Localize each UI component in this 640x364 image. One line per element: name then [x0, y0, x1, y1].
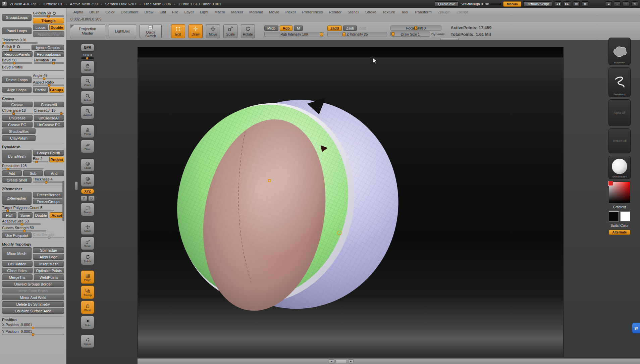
- shell-thickness-slider[interactable]: Thickness 4: [33, 177, 64, 183]
- menu-picker[interactable]: Picker: [282, 10, 299, 14]
- adapt-button[interactable]: Adapt: [50, 212, 64, 218]
- y-position-slider[interactable]: Y Position -0.0001: [2, 329, 64, 335]
- angle-slider[interactable]: Angle 45: [33, 73, 64, 79]
- blur-slider[interactable]: Blur 2: [33, 157, 48, 162]
- gradient-toggle[interactable]: Gradient: [613, 205, 626, 209]
- menu-texture[interactable]: Texture: [379, 10, 398, 14]
- unweld-groups-border-button[interactable]: Unweld Groups Border: [2, 281, 64, 287]
- menu-macro[interactable]: Macro: [211, 10, 228, 14]
- layout-columns-icon[interactable]: ▦: [582, 1, 588, 6]
- uncrease-button[interactable]: UnCrease: [2, 115, 33, 121]
- sub-button[interactable]: Sub: [23, 170, 43, 176]
- ctolerance-slider[interactable]: CTolerance 18: [2, 108, 33, 114]
- menu-zplugin[interactable]: Zplugin: [435, 10, 454, 14]
- x-position-slider[interactable]: X Position -0.0001: [2, 323, 64, 328]
- bpr-button[interactable]: BPR: [81, 44, 94, 52]
- zscript-play-icon[interactable]: ▮►: [564, 1, 571, 6]
- menu-layer[interactable]: Layer: [181, 10, 197, 14]
- use-polypaint-button[interactable]: Use Polypaint: [2, 232, 32, 238]
- elevation-slider[interactable]: Elevation 100: [34, 58, 64, 64]
- tray-icon[interactable]: ⇄: [632, 323, 640, 333]
- frame-button[interactable]: Frame: [81, 203, 94, 216]
- alternate-button[interactable]: Alternate: [609, 230, 630, 235]
- add-button[interactable]: Add: [2, 170, 22, 176]
- transpose-icon[interactable]: [81, 196, 87, 201]
- alpha-thumbnail[interactable]: Alpha Off: [608, 99, 631, 126]
- mesh-from-brush-button[interactable]: Mesh From Brush: [2, 288, 64, 294]
- mergetris-button[interactable]: MergeTris: [2, 274, 33, 280]
- polyf-button[interactable]: PolyF: [81, 270, 94, 284]
- insert-mesh-button[interactable]: Insert Mesh: [34, 261, 64, 267]
- document-canvas[interactable]: [138, 47, 564, 357]
- project-button[interactable]: Project: [49, 157, 64, 162]
- claypolish-button[interactable]: ClayPolish: [2, 135, 36, 141]
- menu-light[interactable]: Light: [197, 10, 211, 14]
- position-section-header[interactable]: Position: [2, 316, 64, 322]
- mrgb-button[interactable]: Mrgb: [264, 25, 278, 31]
- ghost-button[interactable]: Ghost: [81, 301, 94, 314]
- aahalf-button[interactable]: AAHalf: [81, 106, 94, 119]
- projection-master-button[interactable]: Projection Master: [70, 24, 105, 38]
- draw-size-slider[interactable]: Draw Size 1: [390, 32, 430, 37]
- zscript-rewind-icon[interactable]: ◄▮: [554, 1, 562, 6]
- switchcolor-button[interactable]: SwitchColor: [610, 224, 628, 227]
- menu-stroke[interactable]: Stroke: [362, 10, 379, 14]
- lightbox-button[interactable]: LightBox: [109, 24, 136, 38]
- see-through-slider[interactable]: See-through 0: [461, 2, 501, 6]
- zsub-button[interactable]: Zsub: [343, 25, 357, 31]
- freezeborder-button[interactable]: FreezeBorder: [33, 192, 64, 198]
- xyz-button[interactable]: XYZ: [81, 189, 94, 194]
- double-count-button[interactable]: Double: [34, 212, 48, 218]
- del-hidden-button[interactable]: Del Hidden: [2, 261, 33, 267]
- shelf-scroll-grip[interactable]: [440, 38, 459, 40]
- panel-divider-grip[interactable]: [75, 181, 78, 190]
- menu-brush[interactable]: Brush: [86, 10, 102, 14]
- scale-button[interactable]: Scale: [223, 24, 237, 38]
- creaselvl-slider[interactable]: CreaseLvl 15: [34, 108, 64, 114]
- bevel-profile-curve[interactable]: Bevel Profile: [2, 65, 64, 71]
- align-loops-button[interactable]: Align Loops: [2, 87, 32, 93]
- groups-polish-button[interactable]: Groups Polish: [33, 150, 64, 156]
- uncrease-pg-button[interactable]: UnCrease PG: [34, 122, 64, 127]
- delete-by-symmetry-button[interactable]: Delete By Symmetry: [2, 301, 64, 307]
- creaseall-button[interactable]: CreaseAll: [34, 102, 64, 107]
- zremesher-section-header[interactable]: ZRemesher: [2, 186, 64, 191]
- menu-marker[interactable]: Marker: [228, 10, 246, 14]
- z-intensity-slider[interactable]: Z Intensity 25: [327, 32, 387, 37]
- texture-thumbnail[interactable]: Texture Off: [608, 128, 631, 153]
- align-edge-button[interactable]: Align Edge: [33, 254, 64, 260]
- crease-button[interactable]: Crease: [2, 102, 33, 107]
- dynamesh-button[interactable]: DynaMesh: [2, 150, 32, 163]
- current-color-swatch[interactable]: [608, 181, 613, 186]
- zremesher-button[interactable]: ZRemesher: [2, 192, 32, 205]
- mirror-and-weld-button[interactable]: Mirror And Weld: [2, 295, 64, 300]
- layout-grid-icon[interactable]: ▤: [573, 1, 580, 6]
- zoom-button[interactable]: Zoom: [81, 75, 94, 89]
- pivot-reset-icon[interactable]: [88, 196, 95, 201]
- transp-button[interactable]: Transp: [81, 285, 94, 299]
- groupsloops-button[interactable]: GroupsLoops: [2, 14, 32, 21]
- menu-zscript[interactable]: Zscript: [454, 10, 471, 14]
- groups-button[interactable]: Groups: [49, 87, 64, 93]
- menu-render[interactable]: Render: [326, 10, 345, 14]
- menu-alpha[interactable]: Alpha: [70, 10, 86, 14]
- thickness-slider[interactable]: Thickness 0.01: [2, 38, 38, 44]
- menu-draw[interactable]: Draw: [141, 10, 156, 14]
- menu-edit[interactable]: Edit: [156, 10, 169, 14]
- lock-icon[interactable]: [605, 1, 612, 6]
- aspect-ratio-slider[interactable]: Aspect Ratio: [33, 80, 64, 86]
- shadowbox-button[interactable]: ShadowBox: [2, 128, 36, 134]
- move-3d-button[interactable]: Move: [81, 221, 94, 235]
- regroup-loops-button[interactable]: RegroupLoops: [34, 51, 64, 57]
- optimize-points-button[interactable]: Optimize Points: [34, 268, 64, 273]
- menu-document[interactable]: Document: [118, 10, 141, 14]
- floor-button[interactable]: Floor: [81, 140, 94, 153]
- bevel-slider[interactable]: Bevel 50: [2, 58, 33, 64]
- material-thumbnail[interactable]: SkinShade4: [608, 156, 631, 179]
- gpolish-mode-icon[interactable]: [53, 12, 56, 15]
- freezegroups-button[interactable]: FreezeGroups: [33, 199, 64, 204]
- polish-mode-icon[interactable]: [17, 45, 20, 48]
- scroll-button[interactable]: Scroll: [81, 60, 94, 74]
- resolution-slider[interactable]: Resolution 128: [2, 164, 44, 169]
- spix-slider[interactable]: SPix 3: [81, 53, 95, 59]
